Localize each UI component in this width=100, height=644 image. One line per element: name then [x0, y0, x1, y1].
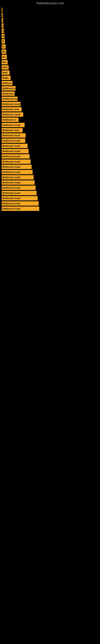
bar-row: Bottleneck result [1, 191, 100, 195]
bar-25: Bottleneck result [1, 138, 25, 143]
bar-row: Bottleneck resu [1, 107, 100, 112]
bar-9: Bo [1, 55, 7, 59]
bar-row: Bo [1, 55, 100, 59]
bar-row: Bottleneck resu [1, 96, 100, 101]
bar-label-2: E [2, 19, 3, 22]
bar-row: Bottle [1, 76, 100, 80]
bar-label-38: Bottleneck result [2, 208, 20, 210]
bar-label-28: Bottleneck result [2, 155, 20, 158]
bar-label-16: Bottleneck [2, 92, 14, 95]
bar-row: Bottleneck resu [1, 128, 100, 132]
bar-row: Bottleneck result [1, 102, 100, 106]
bar-row: Bottleneck result [1, 138, 100, 143]
bar-label-19: Bottleneck resu [2, 108, 19, 110]
bar-14: Bottlenec [1, 81, 13, 85]
bar-row: Bottleneck result [1, 154, 100, 158]
bar-label-3: B [2, 24, 3, 27]
bar-label-32: Bottleneck result [2, 176, 20, 178]
bar-label-35: Bottleneck result [2, 192, 20, 194]
bar-row: Bottl [1, 70, 100, 75]
bar-row: | [1, 13, 100, 17]
bar-label-10: Bot [2, 61, 6, 64]
bar-23: Bottleneck resu [1, 128, 23, 132]
bar-row: Bottleneck result [1, 160, 100, 164]
bar-row: Bottleneck result [1, 180, 100, 185]
bar-label-15: Bottleneck res [2, 87, 16, 90]
bar-10: Bot [1, 60, 8, 64]
bar-31: Bottleneck result [1, 170, 33, 174]
bar-37: Bottleneck result [1, 201, 39, 206]
bar-16: Bottleneck [1, 91, 15, 96]
bar-row: Bo [1, 50, 100, 54]
bar-row: Bottleneck res [1, 86, 100, 90]
bar-26: Bottleneck result [1, 144, 28, 148]
bar-row: Bottleneck result [1, 201, 100, 206]
bar-label-11: Bottl [2, 66, 7, 69]
bar-row: B [1, 39, 100, 44]
bar-row: Bottleneck re [1, 118, 100, 122]
bar-row: B [1, 23, 100, 28]
bar-19: Bottleneck resu [1, 107, 22, 112]
bar-label-36: Bottleneck result [2, 197, 20, 200]
bar-label-31: Bottleneck result [2, 171, 20, 173]
bar-label-20: Bottleneck result [2, 113, 20, 116]
bar-row: Bottleneck result [1, 170, 100, 174]
bar-32: Bottleneck result [1, 175, 34, 180]
bar-label-13: Bottle [2, 77, 9, 79]
bar-34: Bottleneck result [1, 186, 36, 190]
bar-row: E [1, 28, 100, 33]
bar-33: Bottleneck result [1, 180, 35, 185]
bar-label-33: Bottleneck result [2, 181, 20, 184]
bar-12: Bottl [1, 70, 10, 75]
bar-18: Bottleneck result [1, 102, 21, 106]
bar-label-30: Bottleneck result [2, 166, 20, 168]
bar-17: Bottleneck resu [1, 96, 18, 101]
bar-row: Bottleneck result [1, 123, 100, 127]
bar-21: Bottleneck re [1, 118, 19, 122]
bar-label-12: Bottl [2, 72, 7, 74]
bar-row: Bottl [1, 65, 100, 70]
bar-label-5: Bo [2, 35, 4, 37]
bar-13: Bottle [1, 76, 11, 80]
bar-row: Bottleneck result [1, 206, 100, 211]
bar-row: Bottleneck [1, 91, 100, 96]
bar-30: Bottleneck result [1, 164, 32, 169]
bar-22: Bottleneck result [1, 123, 25, 127]
site-title: TheBottlenecker.com [0, 0, 100, 6]
bar-8: Bo [1, 50, 6, 54]
bar-label-4: E [2, 30, 4, 32]
bar-7: B [1, 44, 6, 49]
bar-label-8: Bo [2, 50, 5, 53]
bar-label-24: Bottleneck result [2, 134, 20, 137]
bar-row: Bottleneck result [1, 133, 100, 138]
bar-label-22: Bottleneck result [2, 124, 20, 126]
bar-row: Bottleneck result [1, 112, 100, 117]
bar-29: Bottleneck result [1, 160, 31, 164]
bar-label-26: Bottleneck result [2, 145, 20, 147]
bar-35: Bottleneck result [1, 191, 37, 195]
bar-row: Bottlenec [1, 81, 100, 85]
bar-label-25: Bottleneck result [2, 140, 20, 142]
bar-3: B [1, 23, 3, 28]
bar-row: Bottleneck result [1, 164, 100, 169]
bar-label-17: Bottleneck resu [2, 98, 18, 100]
bar-label-29: Bottleneck result [2, 160, 20, 163]
bar-label-6: B [2, 40, 4, 42]
bar-row: Bo [1, 34, 100, 38]
bar-label-1: | [2, 14, 3, 16]
bar-4: E [1, 28, 4, 33]
bar-row: Bottleneck result [1, 149, 100, 153]
bar-row: Bottleneck result [1, 144, 100, 148]
bar-row: E [1, 18, 100, 22]
bar-row: B [1, 44, 100, 49]
bar-label-14: Bottlenec [2, 82, 12, 84]
bar-label-7: B [2, 45, 4, 48]
bar-0: | [1, 8, 2, 12]
bar-label-18: Bottleneck result [2, 103, 20, 105]
bar-label-37: Bottleneck result [2, 202, 20, 205]
bar-38: Bottleneck result [1, 206, 39, 211]
bar-27: Bottleneck result [1, 149, 29, 153]
bar-1: | [1, 13, 3, 17]
bar-20: Bottleneck result [1, 112, 23, 117]
bar-2: E [1, 18, 3, 22]
